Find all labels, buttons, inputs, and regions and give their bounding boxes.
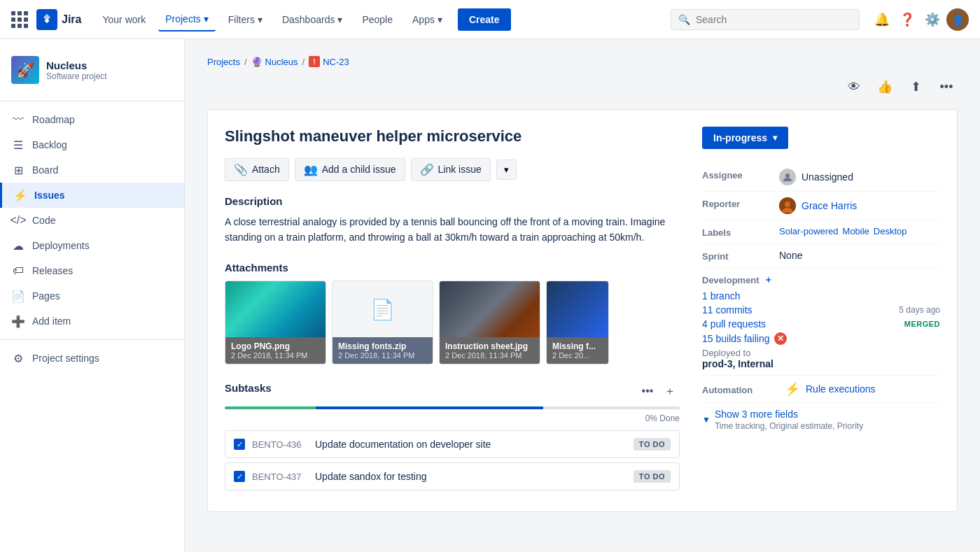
subtask-name: Update sandox for testing	[315, 471, 626, 482]
nav-dashboards[interactable]: Dashboards ▾	[275, 8, 350, 31]
description-text: A close terrestrial analogy is provided …	[225, 214, 680, 246]
automation-value[interactable]: Rule executions	[806, 383, 876, 395]
sidebar-divider-2	[0, 339, 184, 340]
subtask-row[interactable]: BENTO-436 Update documentation on develo…	[225, 430, 680, 458]
sidebar: 🚀 Nucleus Software project 〰 Roadmap ☰ B…	[0, 39, 185, 552]
sprint-value[interactable]: None	[779, 250, 940, 261]
deployed-value: prod-3, Internal	[702, 358, 940, 369]
lightning-icon: ⚡	[785, 381, 800, 397]
assignee-value[interactable]: Unassigned	[779, 169, 940, 185]
subtask-status: TO DO	[634, 470, 671, 483]
thumbsup-icon[interactable]: 👍	[874, 76, 896, 98]
sidebar-item-releases[interactable]: 🏷 Releases	[0, 258, 184, 283]
attachment-thumbnail	[225, 281, 326, 337]
subtasks-more-button[interactable]: •••	[638, 381, 657, 401]
sidebar-item-backlog[interactable]: ☰ Backlog	[0, 132, 184, 157]
breadcrumb-issue-id[interactable]: NC-23	[323, 57, 349, 67]
subtasks-add-button[interactable]: ＋	[660, 381, 680, 401]
sidebar-item-add[interactable]: ➕ Add item	[0, 309, 184, 334]
attachments-section: Attachments Logo PNG.png 2 Dec 2018, 11:…	[225, 262, 680, 365]
sidebar-item-issues[interactable]: ⚡ Issues	[0, 183, 184, 208]
jira-logo[interactable]: Jira	[36, 9, 81, 30]
subtask-checkbox[interactable]	[234, 471, 245, 482]
sidebar-item-roadmap[interactable]: 〰 Roadmap	[0, 107, 184, 132]
attachment-item[interactable]: Logo PNG.png 2 Dec 2018, 11:34 PM	[225, 281, 326, 365]
sidebar-item-board[interactable]: ⊞ Board	[0, 157, 184, 183]
reporter-avatar	[779, 197, 796, 214]
attachment-info: Missing fonts.zip 2 Dec 2018, 11:34 PM	[332, 337, 433, 364]
sidebar-item-pages[interactable]: 📄 Pages	[0, 283, 184, 309]
subtasks-actions: ••• ＋	[638, 381, 680, 401]
label-solar-powered[interactable]: Solar-powered	[779, 226, 839, 236]
builds-link[interactable]: 15 builds failing	[702, 333, 770, 344]
search-box[interactable]: 🔍	[671, 9, 860, 30]
svg-point-2	[785, 201, 790, 207]
attachments-grid: Logo PNG.png 2 Dec 2018, 11:34 PM 📄 Miss…	[225, 281, 680, 365]
breadcrumb: Projects / 🔮Nucleus / NC-23	[207, 56, 958, 67]
subtasks-section: Subtasks ••• ＋ 0% Done BENTO-436	[225, 381, 680, 490]
nav-filters[interactable]: Filters ▾	[221, 8, 270, 31]
commits-link[interactable]: 11 commits	[702, 304, 752, 316]
status-button[interactable]: In-progress ▾	[702, 127, 788, 149]
attachment-item[interactable]: Missing f... 2 Dec 20...	[546, 281, 609, 365]
subtask-checkbox[interactable]	[234, 439, 245, 450]
breadcrumb-nucleus[interactable]: 🔮Nucleus	[251, 57, 298, 67]
nav-projects[interactable]: Projects ▾	[158, 8, 216, 31]
attachment-item[interactable]: 📄 Missing fonts.zip 2 Dec 2018, 11:34 PM	[332, 281, 433, 365]
user-avatar[interactable]: 👤	[946, 8, 969, 31]
show-more-fields[interactable]: ▼ Show 3 more fields Time tracking, Orig…	[702, 403, 940, 437]
sidebar-item-code[interactable]: </> Code	[0, 208, 184, 233]
sidebar-item-deployments[interactable]: ☁ Deployments	[0, 233, 184, 258]
show-more-chevron-icon: ▼	[702, 415, 710, 425]
label-mobile[interactable]: Mobile	[843, 226, 869, 236]
actions-dropdown[interactable]: ▾	[496, 160, 517, 180]
status-chevron-icon: ▾	[773, 133, 777, 143]
watch-icon[interactable]: 👁	[843, 76, 865, 98]
pull-requests-link[interactable]: 4 pull requests	[702, 318, 766, 330]
dev-commits: 11 commits 5 days ago	[702, 304, 940, 316]
attachment-item[interactable]: Instruction sheet.jpg 2 Dec 2018, 11:34 …	[439, 281, 540, 365]
add-child-issue-button[interactable]: 👥 Add a child issue	[295, 158, 405, 181]
releases-icon: 🏷	[11, 264, 25, 278]
nav-apps[interactable]: Apps ▾	[405, 8, 449, 31]
reporter-value[interactable]: Grace Harris	[779, 197, 940, 214]
create-button[interactable]: Create	[458, 8, 511, 31]
link-issue-button[interactable]: 🔗 Link issue	[411, 158, 491, 181]
sidebar-item-label: Issues	[34, 190, 65, 201]
file-icon: 📄	[370, 298, 395, 321]
apps-grid-icon[interactable]	[11, 11, 28, 28]
sidebar-item-settings[interactable]: ⚙ Project settings	[0, 346, 184, 371]
nav-your-work[interactable]: Your work	[95, 8, 153, 31]
development-add-icon[interactable]: ＋	[764, 274, 773, 286]
share-icon[interactable]: ⬆	[904, 76, 927, 98]
topnav: Jira Your work Projects ▾ Filters ▾ Dash…	[0, 0, 980, 39]
notifications-icon[interactable]: 🔔	[871, 8, 893, 31]
subtask-row[interactable]: BENTO-437 Update sandox for testing TO D…	[225, 462, 680, 490]
deployed-label: Deployed to	[702, 348, 940, 358]
attachment-name: Logo PNG.png	[231, 341, 320, 351]
jira-logo-text: Jira	[62, 13, 81, 26]
search-input[interactable]	[696, 14, 852, 25]
show-more-label: Show 3 more fields	[715, 409, 863, 420]
nav-people[interactable]: People	[355, 8, 400, 31]
breadcrumb-projects[interactable]: Projects	[207, 57, 240, 67]
issue-actions: 📎 Attach 👥 Add a child issue 🔗 Link issu…	[225, 158, 680, 181]
attachments-label: Attachments	[225, 262, 680, 274]
branch-link[interactable]: 1 branch	[702, 290, 740, 302]
sidebar-item-label: Deployments	[32, 240, 90, 251]
settings-icon[interactable]: ⚙️	[921, 8, 944, 31]
assignee-avatar	[779, 169, 796, 185]
sprint-label: Sprint	[702, 250, 779, 262]
help-icon[interactable]: ❓	[896, 8, 918, 31]
subtask-id: BENTO-436	[252, 439, 308, 450]
reporter-label: Reporter	[702, 197, 779, 209]
more-icon[interactable]: •••	[935, 76, 958, 98]
description-label: Description	[225, 195, 680, 207]
search-icon: 🔍	[678, 14, 690, 25]
automation-label: Automation	[702, 383, 779, 395]
label-desktop[interactable]: Desktop	[874, 226, 907, 236]
attachment-thumbnail	[547, 281, 608, 337]
attach-button[interactable]: 📎 Attach	[225, 158, 289, 181]
dev-pull-requests: 4 pull requests MERGED	[702, 318, 940, 330]
content-left: Slingshot maneuver helper microservice 📎…	[225, 127, 680, 495]
